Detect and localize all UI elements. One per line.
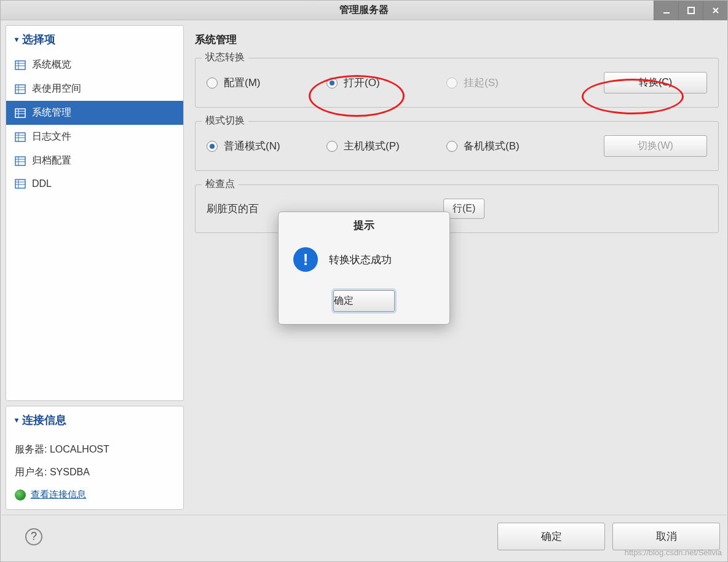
sidebar-item-label: 表使用空间 <box>32 82 81 95</box>
user-value: SYSDBA <box>50 467 90 477</box>
radio-icon <box>207 77 218 89</box>
checkpoint-legend: 检查点 <box>202 178 239 191</box>
radio-standby[interactable]: 备机模式(B) <box>446 139 566 153</box>
checkpoint-fieldset: 检查点 刷脏页的百 行(E) <box>195 184 719 233</box>
radio-label: 打开(O) <box>344 76 380 90</box>
grid-icon <box>15 84 26 94</box>
radio-icon <box>446 77 457 89</box>
dialog-title: 提示 <box>279 212 449 242</box>
grid-icon <box>15 179 26 189</box>
sidebar-item-label: 日志文件 <box>32 130 71 143</box>
info-dialog: 提示 ! 转换状态成功 确定 <box>278 212 450 325</box>
titlebar: 管理服务器 <box>1 1 727 20</box>
svg-rect-14 <box>15 133 25 141</box>
options-panel: 选择项 系统概览 表使用空间 系统管理 <box>6 25 184 401</box>
grid-icon <box>15 108 26 118</box>
radio-icon <box>446 141 457 152</box>
sidebar-item-overview[interactable]: 系统概览 <box>6 53 183 77</box>
server-value: LOCALHOST <box>50 444 109 454</box>
radio-icon <box>326 77 338 89</box>
sidebar-item-label: 系统管理 <box>32 106 71 119</box>
svg-rect-10 <box>15 109 25 117</box>
radio-icon <box>207 141 218 152</box>
connection-icon <box>15 489 26 501</box>
options-header[interactable]: 选择项 <box>6 26 183 53</box>
convert-button[interactable]: 转换(C) <box>604 72 707 93</box>
connection-header[interactable]: 连接信息 <box>6 406 183 433</box>
grid-icon <box>15 132 26 142</box>
cancel-button[interactable]: 取消 <box>612 523 720 550</box>
options-list: 系统概览 表使用空间 系统管理 日志文件 <box>6 53 183 199</box>
watermark: https://blog.csdn.net/Sellvia <box>625 548 722 557</box>
user-label: 用户名: <box>15 467 50 477</box>
dialog-actions: 确定 <box>279 290 449 324</box>
main-panel: 系统管理 状态转换 配置(M) 打开(O) 挂起(S) <box>189 25 722 510</box>
svg-rect-18 <box>15 157 25 165</box>
main-title: 系统管理 <box>195 28 719 58</box>
checkpoint-label: 刷脏页的百 <box>207 202 259 216</box>
radio-suspend: 挂起(S) <box>446 76 566 90</box>
sidebar-item-ddl[interactable]: DDL <box>6 173 183 195</box>
ok-button[interactable]: 确定 <box>497 523 605 550</box>
radio-label: 备机模式(B) <box>464 139 520 153</box>
svg-rect-6 <box>15 85 25 93</box>
sidebar-item-label: 归档配置 <box>32 154 71 167</box>
user-row: 用户名: SYSDBA <box>15 461 175 484</box>
view-connection-label: 查看连接信息 <box>31 489 86 501</box>
footer: ? 确定 取消 <box>1 515 727 561</box>
sidebar-item-label: DDL <box>32 178 52 189</box>
dialog-message: 转换状态成功 <box>329 253 392 267</box>
mode-legend: 模式切换 <box>202 114 248 127</box>
radio-label: 挂起(S) <box>464 76 499 90</box>
svg-rect-1 <box>688 7 694 14</box>
info-icon: ! <box>293 247 318 272</box>
server-row: 服务器: LOCALHOST <box>15 438 175 461</box>
help-button[interactable]: ? <box>25 528 42 545</box>
sidebar-item-archive[interactable]: 归档配置 <box>6 149 183 173</box>
state-legend: 状态转换 <box>202 51 248 64</box>
sidebar: 选择项 系统概览 表使用空间 系统管理 <box>6 25 184 510</box>
sidebar-item-logfiles[interactable]: 日志文件 <box>6 125 183 149</box>
sidebar-item-tablespace[interactable]: 表使用空间 <box>6 77 183 101</box>
radio-label: 普通模式(N) <box>224 139 280 153</box>
close-button[interactable] <box>703 1 727 20</box>
dialog-ok-button[interactable]: 确定 <box>333 290 395 312</box>
radio-icon <box>326 141 338 152</box>
server-label: 服务器: <box>15 444 50 454</box>
maximize-button[interactable] <box>678 1 703 20</box>
connection-panel: 连接信息 服务器: LOCALHOST 用户名: SYSDBA 查看连接信息 <box>6 406 184 510</box>
radio-label: 配置(M) <box>224 76 260 90</box>
grid-icon <box>15 60 26 70</box>
grid-icon <box>15 156 26 166</box>
radio-config[interactable]: 配置(M) <box>207 76 326 90</box>
window-controls <box>654 1 727 20</box>
sidebar-item-label: 系统概览 <box>32 58 71 71</box>
window-title: 管理服务器 <box>1 4 727 17</box>
sidebar-item-sysmanage[interactable]: 系统管理 <box>6 101 183 125</box>
svg-rect-2 <box>15 61 25 69</box>
state-radio-row: 配置(M) 打开(O) 挂起(S) 转换(C) <box>207 72 707 93</box>
svg-rect-0 <box>663 12 670 14</box>
connection-info: 服务器: LOCALHOST 用户名: SYSDBA 查看连接信息 <box>6 433 183 509</box>
state-fieldset: 状态转换 配置(M) 打开(O) 挂起(S) 转换(C) <box>195 58 719 108</box>
mode-radio-row: 普通模式(N) 主机模式(P) 备机模式(B) 切换(W) <box>207 135 707 157</box>
minimize-button[interactable] <box>654 1 678 20</box>
view-connection-link[interactable]: 查看连接信息 <box>15 484 175 501</box>
switch-button: 切换(W) <box>604 135 707 157</box>
dialog-body: ! 转换状态成功 <box>279 242 449 290</box>
radio-normal[interactable]: 普通模式(N) <box>207 139 326 153</box>
svg-rect-22 <box>15 180 25 188</box>
mode-fieldset: 模式切换 普通模式(N) 主机模式(P) 备机模式(B) 切换(W) <box>195 121 719 171</box>
radio-master[interactable]: 主机模式(P) <box>326 139 446 153</box>
radio-open[interactable]: 打开(O) <box>326 76 446 90</box>
radio-label: 主机模式(P) <box>344 139 400 153</box>
